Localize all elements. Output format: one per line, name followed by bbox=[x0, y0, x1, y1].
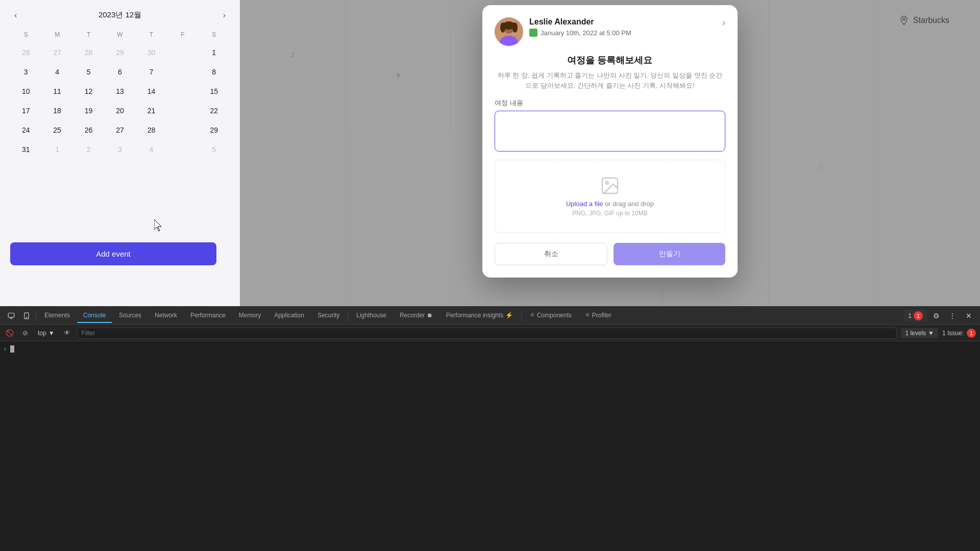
calendar-weekdays: S M T W T F S bbox=[10, 28, 230, 41]
devtools-inspect-button[interactable] bbox=[4, 309, 18, 323]
cal-day[interactable]: 1 bbox=[205, 43, 223, 62]
cal-day[interactable]: 7 bbox=[142, 63, 160, 81]
modal-title: 여정을 등록해보세요 bbox=[495, 54, 725, 66]
cal-day[interactable]: 1 bbox=[48, 140, 66, 159]
cal-day[interactable]: 15 bbox=[205, 82, 223, 101]
cal-day[interactable]: 12 bbox=[80, 82, 98, 101]
svg-rect-9 bbox=[8, 313, 14, 317]
cal-day[interactable]: 4 bbox=[142, 140, 160, 159]
tab-network[interactable]: Network bbox=[149, 309, 183, 323]
cal-day[interactable]: 14 bbox=[142, 82, 160, 101]
svg-point-5 bbox=[500, 22, 505, 33]
devtools-device-button[interactable] bbox=[19, 309, 34, 323]
upload-text-rest: or drag and drop bbox=[603, 200, 654, 208]
forward-button[interactable]: › bbox=[722, 17, 725, 28]
tab-lighthouse[interactable]: Lighthouse bbox=[350, 309, 393, 323]
cal-day[interactable]: 18 bbox=[48, 102, 66, 120]
tab-performance-insights[interactable]: Performance insights ⚡ bbox=[440, 309, 519, 323]
svg-point-13 bbox=[26, 317, 27, 317]
device-icon bbox=[23, 312, 30, 319]
cal-day bbox=[174, 63, 192, 81]
weekday-m: M bbox=[41, 28, 72, 41]
calendar-small-icon bbox=[529, 29, 537, 37]
upload-area[interactable]: Upload a file or drag and drop PNG, JPG,… bbox=[495, 160, 725, 233]
clear-console-button[interactable]: 🚫 bbox=[4, 328, 15, 339]
create-button[interactable]: 만들기 bbox=[614, 243, 725, 265]
cancel-button[interactable]: 취소 bbox=[495, 243, 607, 265]
react-icon: ⚛ bbox=[530, 312, 535, 318]
cal-day[interactable]: 13 bbox=[111, 82, 129, 101]
profile-info: Leslie Alexander January 10th, 2022 at 5… bbox=[529, 17, 725, 37]
upload-text: Upload a file or drag and drop bbox=[510, 200, 709, 208]
filter-toggle-button[interactable]: ⊘ bbox=[19, 328, 31, 339]
event-date-row: January 10th, 2022 at 5:00 PM bbox=[529, 29, 725, 37]
tab-memory[interactable]: Memory bbox=[233, 309, 267, 323]
cal-day[interactable]: 19 bbox=[80, 102, 98, 120]
cal-day[interactable]: 3 bbox=[111, 140, 129, 159]
cal-day[interactable]: 29 bbox=[205, 121, 223, 139]
cal-day[interactable]: 24 bbox=[17, 121, 35, 139]
cal-day[interactable]: 5 bbox=[80, 63, 98, 81]
tab-recorder[interactable]: Recorder ⏺ bbox=[394, 309, 439, 323]
console-content: › bbox=[0, 341, 980, 551]
cal-day[interactable]: 26 bbox=[80, 121, 98, 139]
cal-day[interactable]: 3 bbox=[17, 63, 35, 81]
cal-day[interactable]: 31 bbox=[17, 140, 35, 159]
console-cursor bbox=[10, 345, 14, 353]
cal-day[interactable]: 25 bbox=[48, 121, 66, 139]
cal-day[interactable]: 6 bbox=[111, 63, 129, 81]
cal-day[interactable]: 2 bbox=[80, 140, 98, 159]
tab-elements[interactable]: Elements bbox=[38, 309, 76, 323]
tab-sources[interactable]: Sources bbox=[113, 309, 148, 323]
next-month-button[interactable]: › bbox=[219, 9, 230, 22]
cal-day[interactable]: 28 bbox=[142, 121, 160, 139]
prev-month-button[interactable]: ‹ bbox=[10, 9, 21, 22]
profile-section: Leslie Alexander January 10th, 2022 at 5… bbox=[495, 17, 725, 46]
cal-day[interactable]: 26 bbox=[17, 43, 35, 62]
issue-badge[interactable]: 1 1 bbox=[904, 310, 927, 322]
cal-day[interactable]: 27 bbox=[48, 43, 66, 62]
cal-day[interactable]: 27 bbox=[111, 121, 129, 139]
cal-day[interactable]: 21 bbox=[142, 102, 160, 120]
filter-input[interactable] bbox=[77, 328, 897, 339]
tab-components[interactable]: ⚛ Components bbox=[524, 309, 578, 323]
console-toolbar: 🚫 ⊘ top ▼ 👁 1 levels ▼ 1 Issue: 1 bbox=[0, 325, 980, 341]
cal-day[interactable]: 5 bbox=[205, 140, 223, 159]
modal-overlay: › bbox=[240, 0, 980, 306]
modal-dialog: › bbox=[482, 5, 738, 278]
cal-day[interactable]: 20 bbox=[111, 102, 129, 120]
context-dropdown[interactable]: top ▼ bbox=[35, 328, 58, 338]
modal-description: 하루 한 장, 쉽게 기록하고 즐기는 나만의 사진 일기. 당신의 일상을 멋… bbox=[495, 70, 725, 90]
upload-link[interactable]: Upload a file bbox=[566, 200, 603, 208]
more-options-button[interactable]: ⋮ bbox=[945, 309, 960, 323]
cal-day[interactable]: 29 bbox=[111, 43, 129, 62]
eye-button[interactable]: 👁 bbox=[62, 328, 73, 339]
cal-day[interactable]: 22 bbox=[205, 102, 223, 120]
cal-day[interactable]: 4 bbox=[48, 63, 66, 81]
upload-icon bbox=[600, 176, 620, 196]
tab-performance[interactable]: Performance bbox=[184, 309, 232, 323]
tab-profiler[interactable]: ⚛ Profiler bbox=[579, 309, 618, 323]
issue-count-badge: 1 bbox=[914, 311, 923, 320]
cal-day[interactable]: 10 bbox=[17, 82, 35, 101]
add-event-button[interactable]: Add event bbox=[10, 242, 216, 265]
levels-dropdown[interactable]: 1 levels ▼ bbox=[901, 328, 938, 338]
issue-right-label: 1 Issue: bbox=[942, 330, 964, 337]
right-area: Starbucks 2 9 16 23 30 6 › bbox=[240, 0, 980, 306]
weekday-t1: T bbox=[73, 28, 104, 41]
cal-day[interactable]: 17 bbox=[17, 102, 35, 120]
cal-day[interactable]: 30 bbox=[142, 43, 160, 62]
upload-hint: PNG, JPG, GIF up to 10MB bbox=[510, 210, 709, 217]
close-devtools-button[interactable]: ✕ bbox=[962, 309, 976, 323]
tab-console[interactable]: Console bbox=[77, 309, 112, 323]
levels-label: 1 levels bbox=[905, 330, 926, 337]
issue-count-label: 1 bbox=[908, 312, 912, 319]
cal-day[interactable]: 8 bbox=[205, 63, 223, 81]
content-textarea[interactable] bbox=[495, 111, 725, 152]
tab-security[interactable]: Security bbox=[311, 309, 346, 323]
cal-day[interactable]: 11 bbox=[48, 82, 66, 101]
tab-application[interactable]: Application bbox=[268, 309, 310, 323]
cal-day[interactable]: 28 bbox=[80, 43, 98, 62]
settings-button[interactable]: ⚙ bbox=[929, 309, 943, 323]
cal-day bbox=[174, 102, 192, 120]
